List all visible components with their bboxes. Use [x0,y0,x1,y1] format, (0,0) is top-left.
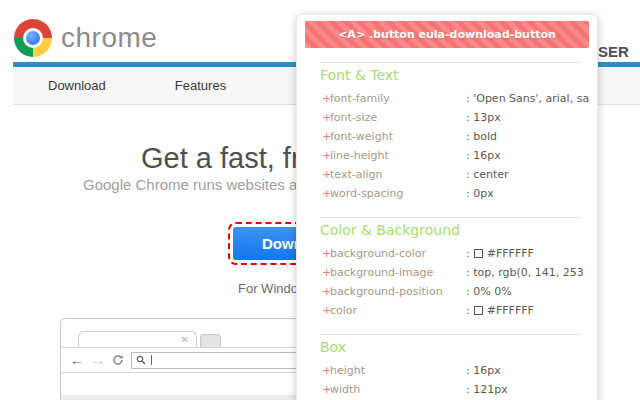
new-tab-button [200,334,221,347]
mockup-tab: ✕ [78,331,197,348]
back-icon: ← [70,352,84,368]
property-name: background-color [330,247,466,260]
expand-property-icon[interactable]: + [322,187,330,200]
page-subtitle: Google Chrome runs websites a [83,176,297,193]
property-name: line-height [330,149,466,162]
expand-property-icon[interactable]: + [322,304,330,317]
property-name: text-align [330,168,466,181]
property-name: background-image [330,266,466,279]
css-property-row: +font-size: 13px [305,108,589,127]
section-title: Box [320,339,589,355]
chrome-logotype: chrome [61,22,157,54]
css-property-row: +background-color: #FFFFFF [305,244,589,263]
expand-property-icon[interactable]: + [322,364,330,377]
expand-property-icon[interactable]: + [322,130,330,143]
property-value: : #FFFFFF [466,247,534,260]
property-name: font-family [330,92,466,105]
nav-item-features[interactable]: Features [175,78,226,93]
property-value: : 13px [466,111,501,124]
platform-note: For Windo [238,281,298,296]
property-value: : 'Open Sans', arial, sans-serif [466,92,589,105]
css-property-row: +background-image: top, rgb(0, 141, 253 [305,263,589,282]
section-separator [320,334,581,335]
css-property-row: +text-align: center [305,165,589,184]
css-inspector-panel: <A> .button eula-download-button Font & … [297,15,597,400]
page-title: Get a fast, fr [141,142,301,175]
property-name: word-spacing [330,187,466,200]
expand-property-icon[interactable]: + [322,247,330,260]
inspected-element-header: <A> .button eula-download-button [305,21,589,48]
expand-property-icon[interactable]: + [322,168,330,181]
search-icon [136,355,146,365]
chrome-logo: chrome [14,19,157,57]
css-property-row: +width: 121px [305,380,589,399]
screen: chrome DownloadFeatures Get a fast, fr G… [0,0,640,400]
section-title: Color & Background [320,222,589,238]
property-value: : 0% 0% [466,285,512,298]
property-value: : #FFFFFF [466,304,534,317]
section-rows: +height: 16px+width: 121px+border: 1px s… [305,361,589,400]
css-property-row: +font-family: 'Open Sans', arial, sans-s… [305,89,589,108]
property-value: : 16px [466,149,501,162]
css-property-row: +word-spacing: 0px [305,184,589,203]
nav-item-download[interactable]: Download [48,78,106,93]
section-title: Font & Text [320,67,589,83]
color-swatch [474,249,483,258]
forward-icon: → [91,352,105,368]
property-value: : top, rgb(0, 141, 253 [466,266,584,279]
section-rows: +font-family: 'Open Sans', arial, sans-s… [305,89,589,203]
property-value: : bold [466,130,497,143]
property-name: font-weight [330,130,466,143]
expand-property-icon[interactable]: + [322,149,330,162]
text-cursor [151,355,152,365]
inspector-body: Font & Text+font-family: 'Open Sans', ar… [305,62,589,400]
chrome-logo-icon [14,19,52,57]
reload-icon [112,354,124,366]
expand-property-icon[interactable]: + [322,383,330,396]
expand-property-icon[interactable]: + [322,285,330,298]
property-value: : center [466,168,509,181]
expand-property-icon[interactable]: + [322,266,330,279]
section-separator [320,217,581,218]
css-property-row: +color: #FFFFFF [305,301,589,320]
partial-header-text: SER [598,43,629,60]
section-separator [320,62,581,63]
property-name: color [330,304,466,317]
section-rows: +background-color: #FFFFFF+background-im… [305,244,589,320]
property-value: : 121px [466,383,508,396]
color-swatch [474,306,483,315]
css-property-row: +height: 16px [305,361,589,380]
property-name: font-size [330,111,466,124]
property-value: : 16px [466,364,501,377]
property-name: height [330,364,466,377]
css-property-row: +background-position: 0% 0% [305,282,589,301]
property-name: background-position [330,285,466,298]
expand-property-icon[interactable]: + [322,111,330,124]
css-property-row: +font-weight: bold [305,127,589,146]
property-value: : 0px [466,187,494,200]
close-icon: ✕ [181,333,189,347]
property-name: width [330,383,466,396]
css-property-row: +line-height: 16px [305,146,589,165]
expand-property-icon[interactable]: + [322,92,330,105]
